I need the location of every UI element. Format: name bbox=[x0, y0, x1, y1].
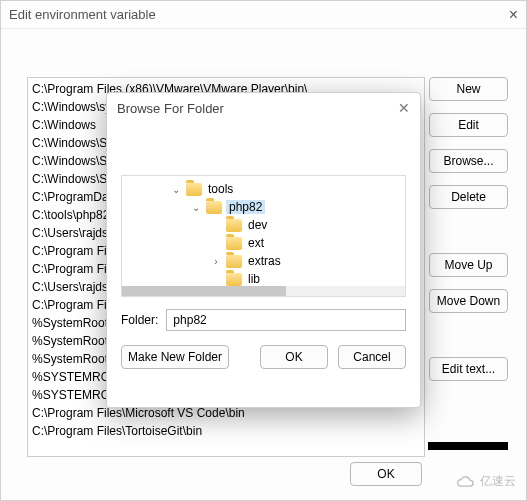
delete-button[interactable]: Delete bbox=[429, 185, 508, 209]
tree-node-dev[interactable]: dev bbox=[122, 216, 406, 234]
side-buttons: New Edit Browse... Delete Move Up Move D… bbox=[429, 77, 508, 381]
watermark: 亿速云 bbox=[456, 473, 516, 490]
scrollbar-thumb[interactable] bbox=[122, 286, 286, 296]
tree-label: lib bbox=[246, 272, 262, 286]
close-icon[interactable]: ✕ bbox=[398, 100, 410, 116]
edit-text-button[interactable]: Edit text... bbox=[429, 357, 508, 381]
tree-node-tools[interactable]: ⌄ tools bbox=[122, 180, 406, 198]
browse-folder-dialog: Browse For Folder ✕ ⌄ tools ⌄ php82 dev bbox=[106, 92, 421, 408]
folder-icon bbox=[226, 219, 242, 232]
chevron-down-icon[interactable]: ⌄ bbox=[190, 202, 202, 213]
browse-button[interactable]: Browse... bbox=[429, 149, 508, 173]
new-button[interactable]: New bbox=[429, 77, 508, 101]
cloud-icon bbox=[456, 475, 476, 489]
folder-icon bbox=[226, 273, 242, 286]
tree-label: extras bbox=[246, 254, 283, 268]
folder-icon bbox=[226, 237, 242, 250]
tree-label: dev bbox=[246, 218, 269, 232]
folder-icon bbox=[206, 201, 222, 214]
folder-icon bbox=[186, 183, 202, 196]
edit-button[interactable]: Edit bbox=[429, 113, 508, 137]
tree-node-ext[interactable]: ext bbox=[122, 234, 406, 252]
horizontal-scrollbar[interactable] bbox=[122, 286, 405, 296]
make-new-folder-button[interactable]: Make New Folder bbox=[121, 345, 229, 369]
move-up-button[interactable]: Move Up bbox=[429, 253, 508, 277]
folder-field-row: Folder: bbox=[121, 309, 406, 331]
titlebar: Edit environment variable × bbox=[1, 1, 526, 29]
tree-label: ext bbox=[246, 236, 266, 250]
list-item[interactable]: C:\Program Files\TortoiseGit\bin bbox=[28, 422, 424, 440]
ok-button[interactable]: OK bbox=[260, 345, 328, 369]
folder-input[interactable] bbox=[166, 309, 406, 331]
chevron-right-icon[interactable]: › bbox=[210, 256, 222, 267]
dialog-titlebar: Browse For Folder ✕ bbox=[107, 93, 420, 123]
dialog-buttons: Make New Folder OK Cancel bbox=[121, 345, 406, 369]
move-down-button[interactable]: Move Down bbox=[429, 289, 508, 313]
ok-button[interactable]: OK bbox=[350, 462, 422, 486]
decoration-bar bbox=[428, 442, 508, 450]
watermark-text: 亿速云 bbox=[480, 473, 516, 490]
dialog-title: Browse For Folder bbox=[117, 101, 398, 116]
tree-node-extras[interactable]: › extras bbox=[122, 252, 406, 270]
folder-tree[interactable]: ⌄ tools ⌄ php82 dev ext › bbox=[121, 175, 406, 297]
close-icon[interactable]: × bbox=[509, 6, 518, 24]
tree-label: php82 bbox=[226, 200, 265, 214]
folder-icon bbox=[226, 255, 242, 268]
chevron-down-icon[interactable]: ⌄ bbox=[170, 184, 182, 195]
tree-node-php82[interactable]: ⌄ php82 bbox=[122, 198, 406, 216]
folder-label: Folder: bbox=[121, 313, 158, 327]
tree-label: tools bbox=[206, 182, 235, 196]
window-title: Edit environment variable bbox=[9, 7, 509, 22]
cancel-button[interactable]: Cancel bbox=[338, 345, 406, 369]
